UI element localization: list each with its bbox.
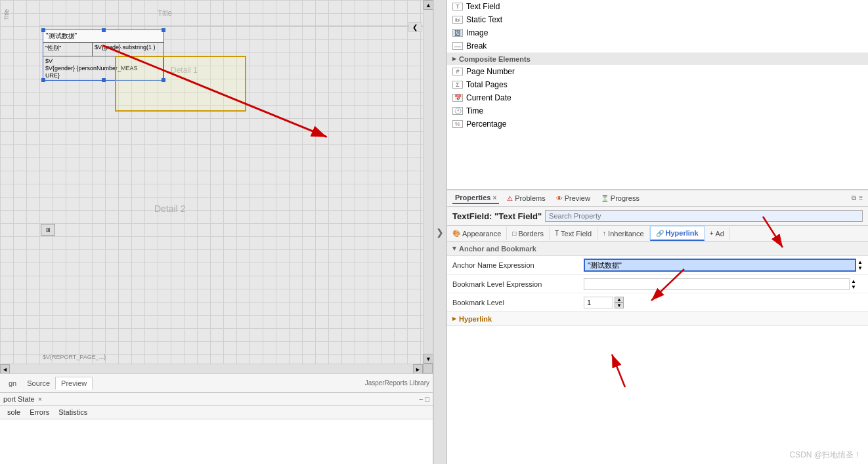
hscroll-right-btn[interactable]: ►	[413, 364, 423, 373]
composite-elements-section[interactable]: ▸ Composite Elements	[447, 53, 868, 65]
prop-header-restore-btn[interactable]: ⧉	[852, 194, 856, 202]
prop-content: ▾ Anchor and Bookmark Anchor Name Expres…	[447, 242, 868, 446]
palette-label-totalpages: Total Pages	[466, 80, 508, 89]
percentage-icon: %	[452, 120, 463, 128]
prop-tab-inheritance[interactable]: ↑ Inheritance	[597, 227, 649, 240]
prop-header-tab-preview[interactable]: 👁 Preview	[553, 193, 593, 203]
status-tab-console[interactable]: sole	[3, 407, 24, 417]
palette-item-percentage[interactable]: % Percentage	[447, 117, 868, 131]
prop-header-tab-progress[interactable]: ⏳ Progress	[598, 193, 642, 203]
bookmark-spinner-down[interactable]: ▼	[615, 303, 624, 308]
title-band-label: Title	[3, 9, 10, 20]
bookmark-spinner-buttons: ▲ ▼	[615, 297, 624, 308]
anchor-bookmark-section-header[interactable]: ▾ Anchor and Bookmark	[447, 242, 868, 256]
status-close-btn[interactable]: ×	[38, 395, 42, 403]
watermark-text: CSDN @扫地情圣！	[789, 450, 861, 459]
selection-handle-br	[162, 78, 165, 82]
appearance-tab-label: Appearance	[462, 230, 501, 238]
bookmark-level-expr-label: Bookmark Level Expression	[452, 280, 584, 288]
palette-item-break[interactable]: — Break	[447, 39, 868, 53]
anchor-name-row: Anchor Name Expression ▲ ▼	[447, 256, 868, 275]
selection-handle-bm	[102, 78, 106, 82]
break-icon: —	[452, 42, 463, 50]
canvas-vscroll[interactable]: ▲ ▼	[423, 0, 433, 364]
prop-tab-hyperlink[interactable]: 🔗 Hyperlink	[650, 226, 705, 241]
table-header-text: "测试数据"	[46, 32, 77, 39]
textfield-tab-icon: T	[555, 230, 559, 237]
panel-expand-btn[interactable]: ❮	[408, 22, 422, 32]
top-area: Title Title "测试数据"	[0, 0, 868, 464]
table-cell-gender: "性别"	[43, 43, 93, 56]
canvas-hscroll[interactable]: ◄ ►	[0, 364, 423, 373]
prop-tab-ad[interactable]: + Ad	[705, 227, 730, 240]
bookmark-level-input[interactable]	[584, 297, 613, 308]
title-band: Title	[39, 3, 423, 26]
bookmark-spinner-up[interactable]: ▲	[615, 297, 624, 303]
vscroll-down-btn[interactable]: ▼	[423, 354, 433, 364]
palette-item-statictext[interactable]: lbl Static Text	[447, 13, 868, 26]
vscroll-up-btn[interactable]: ▲	[423, 0, 433, 10]
statictext-icon: lbl	[452, 16, 463, 24]
totalpages-icon: Σ	[452, 81, 463, 89]
appearance-tab-icon: 🎨	[452, 230, 460, 237]
status-label: port State	[3, 395, 35, 403]
bookmark-level-spinner: ▲ ▼	[584, 297, 624, 308]
prop-search-input[interactable]	[545, 210, 863, 222]
prop-title: TextField: "Text Field"	[452, 211, 542, 221]
watermark-area: CSDN @扫地情圣！	[447, 446, 868, 464]
palette-item-totalpages[interactable]: Σ Total Pages	[447, 78, 868, 91]
hyperlink-subsection-header[interactable]: ▸ Hyperlink	[447, 312, 868, 326]
bookmark-level-expr-input[interactable]	[584, 278, 850, 290]
left-panel: Title Title "测试数据"	[0, 0, 433, 464]
borders-tab-icon: □	[512, 230, 516, 237]
status-minimize-btn[interactable]: −	[419, 395, 423, 403]
inheritance-tab-icon: ↑	[603, 230, 606, 237]
palette-label-percentage: Percentage	[466, 119, 506, 129]
tab-design[interactable]: gn	[3, 377, 22, 389]
hscroll-left-btn[interactable]: ◄	[0, 364, 10, 373]
small-component-icon: ⊞	[41, 224, 55, 236]
time-icon: 🕐	[452, 107, 463, 115]
anchor-name-value-area: ▲ ▼	[584, 259, 863, 272]
panel-connector[interactable]: ❯	[433, 0, 446, 464]
anchor-expand-icon: ▾	[452, 244, 456, 253]
anchor-name-down[interactable]: ▼	[857, 265, 863, 271]
hyperlink-tab-label: Hyperlink	[666, 229, 699, 237]
palette-item-image[interactable]: 🖼 Image	[447, 26, 868, 39]
prop-tab-appearance[interactable]: 🎨 Appearance	[447, 227, 507, 240]
prop-tabs: 🎨 Appearance □ Borders T Text Field ↑ In…	[447, 226, 868, 242]
anchor-name-input[interactable]	[584, 259, 856, 272]
bookmark-expr-down[interactable]: ▼	[851, 284, 856, 290]
selection-handle-tm	[102, 28, 106, 32]
anchor-name-up[interactable]: ▲	[857, 259, 863, 265]
image-icon: 🖼	[452, 29, 463, 37]
tab-source[interactable]: Source	[22, 377, 55, 389]
status-bar: port State × − □ sole Errors Statistics	[0, 392, 433, 464]
prop-tab-textfield[interactable]: T Text Field	[550, 227, 597, 240]
prop-header-tab-problems[interactable]: ⚠ Problems	[504, 193, 548, 203]
prop-title-row: TextField: "Text Field"	[447, 207, 868, 226]
tab-preview[interactable]: Preview	[55, 377, 93, 390]
palette-label-time: Time	[466, 106, 483, 116]
prop-header-tab-properties[interactable]: Properties ×	[452, 192, 499, 204]
prop-header-close[interactable]: ×	[492, 194, 496, 201]
hyperlink-tab-icon: 🔗	[656, 230, 664, 237]
selection-handle-tl	[41, 28, 45, 32]
bookmark-level-row: Bookmark Level ▲ ▼	[447, 293, 868, 312]
palette-item-time[interactable]: 🕐 Time	[447, 104, 868, 117]
palette-label-textfield: Text Field	[466, 2, 500, 11]
report-canvas: Title Title "测试数据"	[0, 0, 423, 364]
prop-header-menu-btn[interactable]: ≡	[859, 194, 863, 202]
bookmark-expr-up[interactable]: ▲	[851, 278, 856, 284]
prop-tab-borders[interactable]: □ Borders	[507, 227, 550, 240]
status-tab-errors[interactable]: Errors	[26, 407, 53, 417]
status-tab-statistics[interactable]: Statistics	[54, 407, 91, 417]
tab-bar: gn Source Preview JasperReports Library	[0, 373, 433, 392]
selection-handle-bl	[41, 78, 45, 82]
textfield-tab-label: Text Field	[561, 230, 592, 238]
status-maximize-btn[interactable]: □	[425, 395, 429, 403]
palette-item-textfield[interactable]: T Text Field	[447, 0, 868, 13]
detail2-label: Detail 2	[154, 203, 185, 214]
palette-item-currentdate[interactable]: 📅 Current Date	[447, 91, 868, 104]
palette-item-pagenumber[interactable]: # Page Number	[447, 65, 868, 78]
